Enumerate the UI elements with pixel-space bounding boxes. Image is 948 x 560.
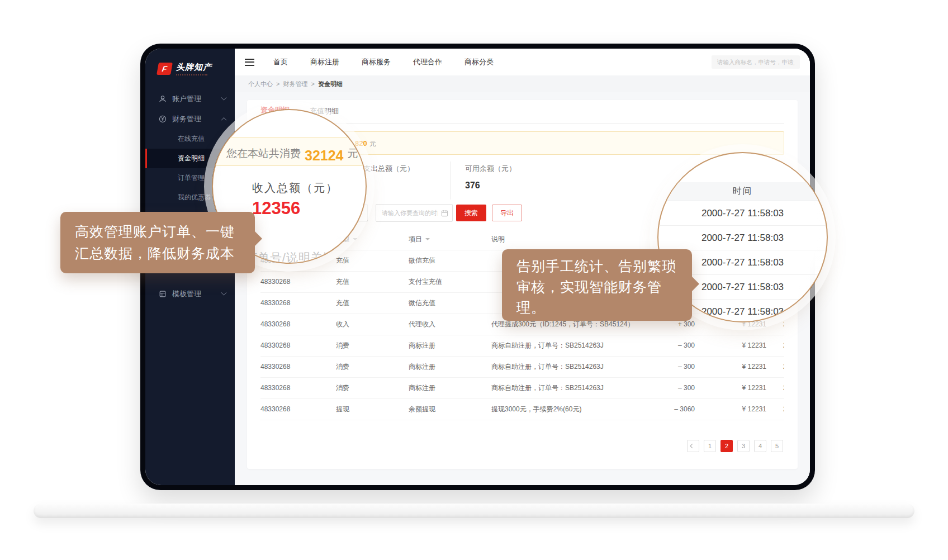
magnified-consumption-banner: 您在本站共消费 32124 元: [212, 137, 367, 166]
breadcrumb-separator: >: [311, 80, 314, 87]
sort-caret-icon: [353, 238, 357, 243]
magnified-time-cell: 2000-7-27 11:58:03: [658, 201, 827, 226]
tooltip-left-line: 汇总数据，降低财务成本: [75, 243, 255, 264]
page-background: F 头牌知产 账户管理: [0, 0, 948, 560]
table-row: 48330268消费商标注册商标自助注册，订单号：SB2514263J– 300…: [260, 356, 784, 377]
brand-name: 头牌知产: [176, 62, 212, 73]
sidebar-item-label: 模板管理: [172, 289, 201, 299]
trademark-search-input[interactable]: [712, 55, 800, 69]
brand-logo[interactable]: F 头牌知产: [145, 49, 235, 80]
pagination-page-5[interactable]: 5: [771, 440, 783, 452]
sidebar-item-label: 账户管理: [172, 94, 201, 104]
magnified-banner-prefix: 您在本站共消费: [226, 146, 301, 161]
chevron-left-icon: [690, 444, 694, 448]
pagination: 1 2 3 4 5: [687, 440, 783, 452]
nav-tab-trademark-service[interactable]: 商标服务: [362, 57, 391, 67]
sidebar-item-online-recharge[interactable]: 在线充值: [145, 129, 235, 149]
tooltip-right-line: 理。: [516, 297, 692, 318]
chevron-down-icon: [221, 290, 227, 295]
chevron-up-icon: [221, 117, 227, 122]
stat-balance-value: 376: [465, 181, 516, 191]
pagination-page-4[interactable]: 4: [754, 440, 766, 452]
col-desc: 说明: [491, 230, 655, 250]
brand-tagline-dots: [176, 74, 207, 75]
search-button[interactable]: 搜索: [456, 205, 486, 221]
stat-balance-label: 可用余额（元）: [465, 162, 516, 174]
stat-balance: 可用余额（元） 376: [450, 162, 516, 200]
chevron-down-icon: [221, 94, 227, 100]
sort-caret-icon: [425, 238, 430, 243]
pagination-prev-button[interactable]: [687, 440, 699, 452]
breadcrumb-item[interactable]: 财务管理: [283, 80, 307, 88]
consumption-banner-text: 820元: [355, 139, 376, 149]
breadcrumb-item[interactable]: 个人中心: [248, 80, 273, 88]
breadcrumb-separator: >: [276, 80, 279, 87]
pagination-page-2-active[interactable]: 2: [721, 440, 733, 452]
brand-logo-icon: F: [157, 63, 173, 75]
magnified-banner-unit: 元: [348, 146, 358, 161]
table-row: 48330268消费商标注册商标自助注册，订单号：SB2514263J– 300…: [260, 377, 784, 398]
consumption-unit: 元: [369, 140, 376, 148]
nav-tab-home[interactable]: 首页: [273, 57, 288, 67]
tooltip-right: 告别手工统计、告别繁琐 审核，实现智能财务管 理。: [502, 249, 692, 321]
magnified-income-value: 12356: [252, 198, 300, 219]
breadcrumb: 个人中心 > 财务管理 > 资金明细: [235, 75, 810, 92]
laptop-base: [34, 504, 914, 518]
stat-expense: 支出总额（元）: [363, 162, 450, 200]
breadcrumb-current: 资金明细: [318, 80, 343, 88]
finance-icon: [159, 115, 167, 123]
table-row: 48330268消费商标注册商标自助注册，订单号：SB2514263J– 300…: [260, 335, 784, 356]
card-tabs: 资金明细 充值明细: [260, 100, 784, 124]
nav-tab-trademark-register[interactable]: 商标注册: [310, 57, 339, 67]
consumption-amount: 820: [355, 139, 367, 148]
sidebar-item-template[interactable]: 模板管理: [145, 284, 235, 304]
nav-tab-agent-cooperation[interactable]: 代理合作: [413, 57, 442, 67]
hamburger-menu-icon[interactable]: [245, 59, 254, 66]
stat-expense-label: 支出总额（元）: [363, 162, 450, 174]
calendar-icon: [441, 209, 448, 216]
magnified-income-label: 收入总额（元）: [252, 181, 338, 196]
tooltip-left: 高效管理账户订单、一键 汇总数据，降低财务成本: [60, 212, 255, 273]
sidebar-item-finance[interactable]: 财务管理: [145, 109, 235, 129]
tooltip-left-line: 高效管理账户订单、一键: [75, 221, 255, 243]
col-item-sortable[interactable]: 项目: [409, 230, 491, 250]
magnified-time-header: 时间: [657, 182, 828, 201]
magnified-banner-amount: 32124: [305, 150, 344, 161]
time-filter: [376, 204, 453, 222]
tooltip-right-line: 审核，实现智能财务管: [516, 277, 692, 297]
template-icon: [159, 290, 167, 298]
pagination-page-3[interactable]: 3: [737, 440, 750, 452]
pagination-page-1[interactable]: 1: [704, 440, 716, 452]
top-navbar: 首页 商标注册 商标服务 代理合作 商标分类: [235, 49, 810, 75]
magnified-time-cell: 2000-7-27 11:58:03: [658, 226, 827, 250]
user-icon: [159, 95, 167, 103]
export-button[interactable]: 导出: [492, 205, 522, 221]
sidebar-item-label: 财务管理: [172, 114, 201, 124]
nav-tab-trademark-category[interactable]: 商标分类: [464, 57, 494, 67]
tooltip-right-line: 告别手工统计、告别繁琐: [516, 256, 692, 277]
table-row: 48330268提现余额提现提现3000元，手续费2%(60元)– 3060¥ …: [260, 398, 784, 420]
top-nav-tabs: 首页 商标注册 商标服务 代理合作 商标分类: [273, 57, 494, 67]
sidebar-item-account[interactable]: 账户管理: [145, 89, 235, 109]
